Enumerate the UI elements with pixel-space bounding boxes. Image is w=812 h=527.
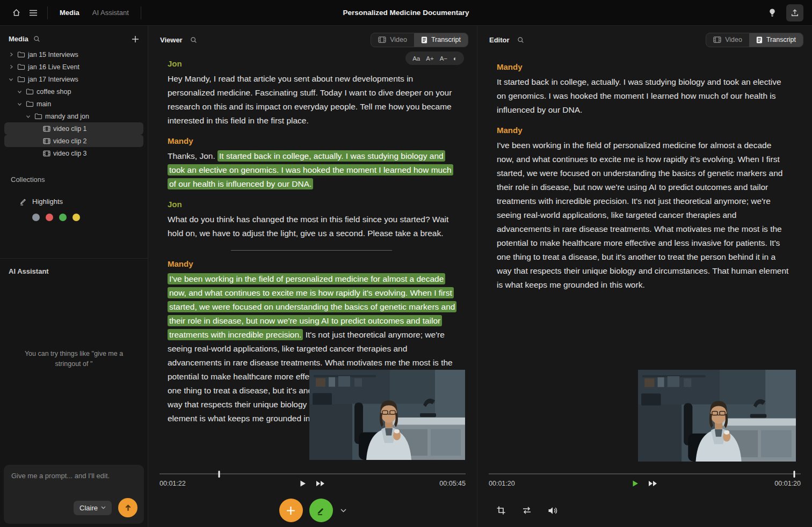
highlight-options-chevron[interactable] — [340, 509, 346, 513]
play-button[interactable] — [300, 478, 307, 489]
project-title: Personalized Medicine Documentary — [343, 9, 469, 17]
tree-item-jan-15-interviews[interactable]: jan 15 Interviews — [4, 48, 143, 61]
chevron-down-icon[interactable] — [25, 114, 32, 119]
viewer-video-thumbnail[interactable] — [309, 370, 465, 460]
transcript-segment: MandyI've been working in the field of p… — [497, 126, 791, 292]
highlight-color-dot-0[interactable] — [32, 214, 40, 221]
transcript-text[interactable]: I've been working in the field of person… — [497, 138, 791, 292]
topbar-left: Media AI Assistant — [0, 4, 147, 21]
viewer-toolbar — [148, 494, 477, 527]
highlight-color-dot-2[interactable] — [59, 214, 67, 221]
tree-item-video-clip-2[interactable]: video clip 2 — [4, 135, 143, 147]
tree-item-coffee-shop[interactable]: coffee shop — [4, 85, 143, 98]
text-style-icon[interactable]: Aa — [412, 55, 420, 62]
tree-item-video-clip-3[interactable]: video clip 3 — [4, 147, 143, 159]
tree-item-video-clip-1[interactable]: video clip 1 — [4, 122, 143, 135]
chevron-down-icon[interactable] — [8, 77, 15, 82]
search-icon[interactable] — [190, 36, 197, 43]
font-controls: AaA+A−◐ — [405, 52, 464, 65]
viewer-scrubber[interactable] — [160, 473, 466, 474]
tab-media[interactable]: Media — [53, 5, 86, 20]
agent-selector[interactable]: Claire — [74, 501, 112, 515]
speaker-name: Mandy — [168, 259, 455, 268]
chevron-right-icon[interactable] — [8, 64, 15, 69]
chevron-down-icon[interactable] — [16, 90, 23, 94]
sidebar: Media jan 15 Interviewsjan 16 Live Event… — [0, 26, 148, 527]
font-increase-icon[interactable]: A+ — [426, 55, 433, 62]
collections-header: Collections — [11, 175, 148, 184]
prompt-input[interactable]: Give me a prompt... and I'll edit. — [11, 472, 136, 480]
export-button[interactable] — [786, 4, 803, 21]
tree-item-mandy-and-jon[interactable]: mandy and jon — [4, 110, 143, 122]
topbar-divider — [47, 6, 48, 19]
editor-video-thumbnail[interactable] — [638, 370, 796, 462]
highlight-color-dot-3[interactable] — [73, 214, 80, 221]
tree-item-label: video clip 3 — [53, 150, 87, 157]
ideas-button[interactable] — [764, 4, 781, 21]
editor-title: Editor — [489, 36, 510, 44]
contrast-icon[interactable]: ◐ — [453, 55, 457, 62]
tree-item-jan-16-live-event[interactable]: jan 16 Live Event — [4, 61, 143, 73]
tree-item-label: video clip 2 — [53, 137, 87, 145]
transcript-text[interactable]: Thanks, Jon. It started back in college,… — [168, 149, 455, 191]
tree-item-label: coffee shop — [37, 88, 71, 96]
crop-icon[interactable] — [495, 506, 508, 515]
highlight-color-dot-1[interactable] — [46, 214, 53, 221]
toggle-label: Video — [725, 36, 742, 43]
toggle-label: Video — [390, 36, 407, 43]
tree-item-label: jan 17 Interviews — [28, 76, 78, 83]
editor-toggle-video[interactable]: Video — [706, 33, 749, 47]
tree-item-label: jan 15 Interviews — [28, 51, 78, 58]
home-icon — [12, 8, 21, 17]
current-time: 00:01:20 — [489, 480, 515, 487]
home-button[interactable] — [8, 4, 25, 21]
add-to-editor-button[interactable] — [279, 499, 303, 522]
viewer-timeline: 00:01:22 00:05:45 — [148, 469, 477, 494]
highlight-button[interactable] — [309, 499, 333, 522]
speaker-name: Mandy — [497, 126, 791, 135]
chevron-down-icon[interactable] — [16, 102, 23, 106]
total-time: 00:05:45 — [439, 480, 466, 487]
app-root: Media AI Assistant Personalized Medicine… — [0, 0, 812, 527]
chevron-right-icon[interactable] — [8, 52, 15, 57]
swap-icon[interactable] — [520, 507, 533, 514]
topbar-divider — [141, 6, 141, 19]
transcript-segment: JonWhat do you think has changed the mos… — [168, 200, 455, 240]
video-clip-icon — [43, 150, 50, 157]
editor-panel: Editor VideoTranscript MandyIt started b… — [477, 26, 812, 527]
fast-forward-button[interactable] — [648, 478, 658, 489]
tree-item-main[interactable]: main — [4, 98, 143, 110]
transcript-text[interactable]: What do you think has changed the most i… — [168, 213, 455, 240]
collection-highlights[interactable]: Highlights — [19, 197, 148, 206]
document-icon — [421, 36, 427, 43]
prompt-card[interactable]: Give me a prompt... and I'll edit. Clair… — [4, 465, 144, 524]
search-icon[interactable] — [33, 35, 40, 42]
tab-ai-assistant[interactable]: AI Assistant — [86, 5, 135, 20]
send-prompt-button[interactable] — [118, 498, 137, 517]
transport-buttons — [632, 478, 658, 489]
document-icon — [756, 36, 763, 43]
media-header-label: Media — [9, 35, 28, 43]
transcript-text[interactable]: It started back in college, actually. I … — [497, 75, 791, 117]
viewer-toggle-transcript[interactable]: Transcript — [414, 33, 468, 47]
editor-playhead[interactable] — [794, 471, 795, 478]
tree-item-jan-17-interviews[interactable]: jan 17 Interviews — [4, 73, 143, 85]
topbar: Media AI Assistant Personalized Medicine… — [0, 0, 812, 26]
transcript-text[interactable]: Hey Mandy, I read that article you sent … — [168, 72, 455, 128]
add-media-button[interactable] — [132, 35, 139, 43]
editor-scrubber[interactable] — [489, 473, 801, 474]
viewer-toggle-video[interactable]: Video — [371, 33, 414, 47]
editor-toggle-transcript[interactable]: Transcript — [749, 33, 803, 47]
viewer-transport: 00:01:22 00:05:45 — [160, 478, 466, 490]
viewer-title: Viewer — [160, 36, 183, 44]
hamburger-icon — [29, 10, 38, 16]
editor-toolbar — [477, 494, 812, 527]
fast-forward-button[interactable] — [316, 478, 326, 489]
volume-icon[interactable] — [546, 507, 559, 515]
font-decrease-icon[interactable]: A− — [440, 55, 447, 62]
menu-button[interactable] — [25, 4, 42, 21]
viewer-view-toggle: VideoTranscript — [371, 33, 468, 47]
search-icon[interactable] — [517, 36, 524, 43]
viewer-playhead[interactable] — [219, 471, 220, 478]
play-button[interactable] — [632, 478, 639, 489]
